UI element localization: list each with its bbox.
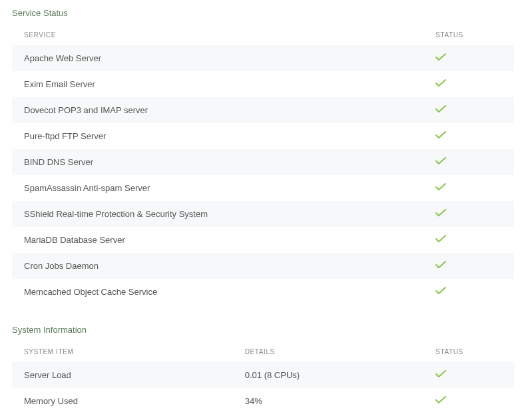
service-name: Dovecot POP3 and IMAP server [12,97,423,123]
service-status [423,279,514,305]
check-icon [435,370,446,378]
check-icon [435,396,446,404]
system-info-section: System Information SYSTEM ITEM DETAILS S… [0,325,526,414]
service-status-table-wrap: SERVICE STATUS Apache Web ServerExim Ema… [0,25,526,305]
check-icon [435,183,446,191]
service-status [423,97,514,123]
table-row: Apache Web Server [12,45,514,71]
check-icon [435,131,446,139]
service-name: Exim Email Server [12,71,423,97]
details-column-header: DETAILS [233,341,424,362]
service-status-title: Service Status [0,8,526,25]
table-row: Server Load0.01 (8 CPUs) [12,362,514,388]
table-row: Exim Email Server [12,71,514,97]
service-name: BIND DNS Server [12,149,423,175]
service-status [423,227,514,253]
service-name: SpamAssassin Anti-spam Server [12,175,423,201]
check-icon [435,79,446,87]
table-row: Memory Used34% [12,388,514,414]
check-icon [435,261,446,269]
system-info-table: SYSTEM ITEM DETAILS STATUS Server Load0.… [12,341,514,414]
service-column-header: SERVICE [12,25,423,45]
service-status [423,175,514,201]
service-name: Cron Jobs Daemon [12,253,423,279]
check-icon [435,53,446,61]
service-status-table: SERVICE STATUS Apache Web ServerExim Ema… [12,25,514,305]
table-row: MariaDB Database Server [12,227,514,253]
service-status [423,253,514,279]
service-status [423,123,514,149]
service-status-section: Service Status SERVICE STATUS Apache Web… [0,8,526,305]
check-icon [435,235,446,243]
check-icon [435,209,446,217]
table-row: BIND DNS Server [12,149,514,175]
service-status [423,149,514,175]
service-status [423,201,514,227]
table-row: SpamAssassin Anti-spam Server [12,175,514,201]
service-name: Pure-ftpd FTP Server [12,123,423,149]
status-column-header: STATUS [423,25,514,45]
table-row: Cron Jobs Daemon [12,253,514,279]
system-info-title: System Information [0,325,526,341]
check-icon [435,287,446,295]
system-item-column-header: SYSTEM ITEM [12,341,233,362]
system-status [423,388,514,414]
table-row: Dovecot POP3 and IMAP server [12,97,514,123]
system-info-table-wrap: SYSTEM ITEM DETAILS STATUS Server Load0.… [0,341,526,414]
table-row: Pure-ftpd FTP Server [12,123,514,149]
table-row: Memcached Object Cache Service [12,279,514,305]
service-status [423,45,514,71]
system-item: Server Load [12,362,233,388]
system-status [423,362,514,388]
check-icon [435,105,446,113]
check-icon [435,157,446,165]
service-name: MariaDB Database Server [12,227,423,253]
system-details: 0.01 (8 CPUs) [233,362,424,388]
service-name: Memcached Object Cache Service [12,279,423,305]
system-item: Memory Used [12,388,233,414]
service-name: SShield Real-time Protection & Security … [12,201,423,227]
service-name: Apache Web Server [12,45,423,71]
status-column-header: STATUS [423,341,514,362]
system-details: 34% [233,388,424,414]
service-status [423,71,514,97]
table-row: SShield Real-time Protection & Security … [12,201,514,227]
